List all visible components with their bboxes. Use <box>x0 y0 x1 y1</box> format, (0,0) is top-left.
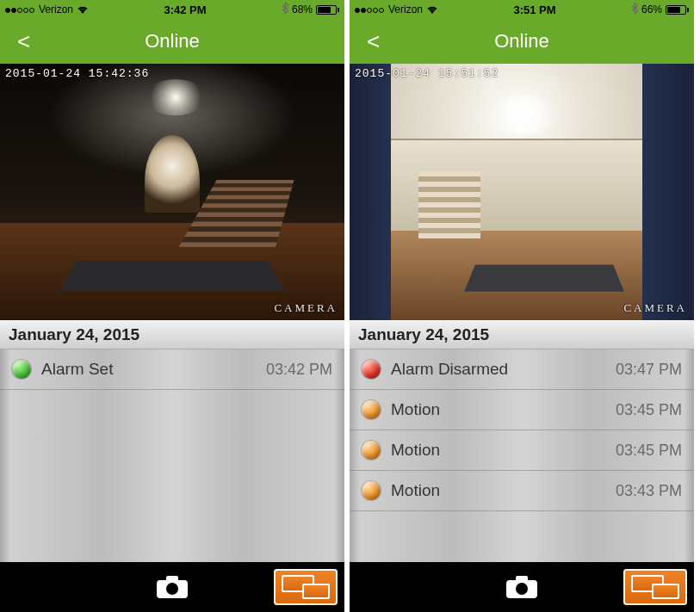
wifi-icon <box>77 5 89 15</box>
event-status-dot <box>362 481 381 500</box>
svg-rect-4 <box>516 576 528 583</box>
nav-bar: < Online <box>0 19 344 64</box>
event-label: Alarm Set <box>41 360 266 379</box>
event-row[interactable]: Alarm Set 03:42 PM <box>0 349 344 390</box>
events-date-header: January 24, 2015 <box>350 320 694 349</box>
events-list[interactable]: Alarm Set 03:42 PM <box>0 349 344 562</box>
snapshot-button[interactable] <box>155 574 189 600</box>
battery-icon <box>666 5 689 15</box>
event-label: Alarm Disarmed <box>391 360 616 379</box>
status-time: 3:51 PM <box>513 3 555 16</box>
event-row[interactable]: Alarm Disarmed 03:47 PM <box>350 349 694 390</box>
battery-pct: 66% <box>641 3 662 15</box>
svg-point-5 <box>516 583 528 595</box>
event-row[interactable]: Motion 03:45 PM <box>350 430 694 471</box>
bluetooth-icon <box>631 3 638 16</box>
nav-bar: < Online <box>350 19 694 64</box>
carrier-label: Verizon <box>39 3 73 15</box>
event-time: 03:42 PM <box>266 361 332 379</box>
wifi-icon <box>426 5 438 15</box>
camera-video-feed[interactable]: 2015-01-24 15:42:36 CAMERA <box>0 64 344 320</box>
event-status-dot <box>362 360 381 379</box>
event-row[interactable]: Motion 03:43 PM <box>350 471 694 511</box>
bluetooth-icon <box>282 3 288 16</box>
event-status-dot <box>12 360 31 379</box>
phone-screen-left: Verizon 3:42 PM 68% < Online <box>0 0 344 612</box>
back-button[interactable]: < <box>9 27 39 56</box>
video-timestamp-overlay: 2015-01-24 15:51:52 <box>355 67 499 80</box>
phone-screen-right: Verizon 3:51 PM 66% < Online <box>350 0 694 612</box>
video-timestamp-overlay: 2015-01-24 15:42:36 <box>5 67 149 80</box>
battery-icon <box>316 5 339 15</box>
events-list[interactable]: Alarm Disarmed 03:47 PM Motion 03:45 PM … <box>350 349 694 562</box>
camera-scene <box>350 64 694 320</box>
nav-title: Online <box>0 30 344 53</box>
svg-rect-1 <box>166 576 178 583</box>
event-time: 03:45 PM <box>616 401 682 419</box>
logo-icon <box>623 569 687 605</box>
carrier-label: Verizon <box>388 3 423 15</box>
event-time: 03:47 PM <box>616 361 682 379</box>
event-time: 03:43 PM <box>616 482 682 500</box>
app-logo-button[interactable] <box>623 569 687 605</box>
back-button[interactable]: < <box>358 27 388 56</box>
event-status-dot <box>362 400 381 419</box>
status-bar: Verizon 3:51 PM 66% <box>350 0 694 19</box>
event-status-dot <box>362 441 381 460</box>
snapshot-button[interactable] <box>505 574 539 600</box>
signal-dots-icon <box>5 3 35 15</box>
screenshot-pair: Verizon 3:42 PM 68% < Online <box>0 0 700 612</box>
video-camera-label: CAMERA <box>623 301 687 315</box>
event-label: Motion <box>391 441 616 460</box>
battery-pct: 68% <box>292 3 313 15</box>
status-bar: Verizon 3:42 PM 68% <box>0 0 344 19</box>
event-label: Motion <box>391 481 616 500</box>
camera-video-feed[interactable]: 2015-01-24 15:51:52 CAMERA <box>350 64 694 320</box>
event-row[interactable]: Motion 03:45 PM <box>350 390 694 430</box>
events-date-header: January 24, 2015 <box>0 320 344 349</box>
bottom-toolbar <box>0 562 344 612</box>
event-time: 03:45 PM <box>616 442 682 460</box>
event-label: Motion <box>391 400 616 419</box>
status-time: 3:42 PM <box>164 3 206 16</box>
camera-scene <box>0 64 344 320</box>
signal-dots-icon <box>355 3 385 15</box>
app-logo-button[interactable] <box>274 569 338 605</box>
logo-icon <box>274 569 338 605</box>
svg-point-2 <box>166 583 178 595</box>
nav-title: Online <box>350 30 694 53</box>
video-camera-label: CAMERA <box>274 301 338 315</box>
bottom-toolbar <box>350 562 694 612</box>
